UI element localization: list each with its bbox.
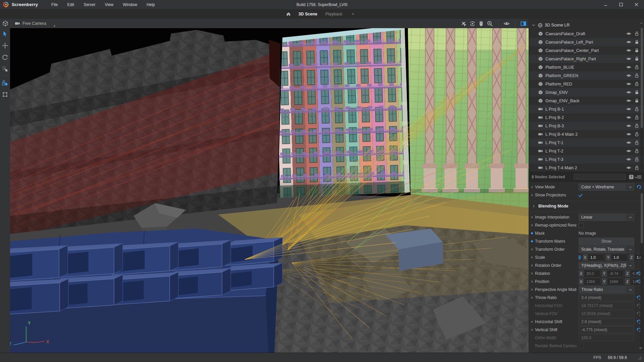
- menu-window[interactable]: Window: [118, 1, 142, 9]
- camera-selector[interactable]: Free Camera: [14, 19, 55, 27]
- visibility-options-icon[interactable]: [503, 20, 510, 27]
- tree-node-l-proj-b-1[interactable]: L Proj B-1: [529, 105, 644, 113]
- tree-filter-input[interactable]: [574, 174, 626, 180]
- tree-node-l-proj-t-1[interactable]: L Proj T-1: [529, 138, 644, 147]
- remap-optimized-rende-checkbox[interactable]: [579, 223, 584, 228]
- visibility-eye-icon[interactable]: [626, 140, 631, 145]
- link-icon[interactable]: [577, 255, 582, 260]
- properties-scrollbar[interactable]: [640, 190, 643, 351]
- rotation-y-field[interactable]: -8.74: [608, 270, 624, 277]
- view-mode-select[interactable]: Color + Wireframe: [579, 183, 634, 191]
- visibility-eye-icon[interactable]: [626, 73, 631, 78]
- throw-ratio-input[interactable]: 3.4 (mixed): [579, 294, 634, 301]
- tree-node-caesarspalace-draft[interactable]: CaesarsPalace_Draft: [529, 29, 644, 38]
- show-projections-checkbox[interactable]: [579, 193, 583, 197]
- lock-open-icon[interactable]: [634, 65, 639, 70]
- lock-open-icon[interactable]: [634, 165, 639, 170]
- lock-closed-icon[interactable]: [634, 98, 639, 103]
- perspective-angle-mode-select[interactable]: Throw Ratio: [579, 286, 634, 293]
- transform-order-select[interactable]: Scale, Rotate, Translate: [579, 246, 634, 253]
- visibility-eye-icon[interactable]: [626, 157, 631, 162]
- lock-open-icon[interactable]: [634, 31, 639, 36]
- visibility-eye-icon[interactable]: [626, 98, 631, 103]
- fly-mode-icon[interactable]: [461, 20, 467, 27]
- lock-closed-icon[interactable]: [634, 48, 639, 53]
- pan-hand-icon[interactable]: [478, 20, 484, 27]
- help-icon[interactable]: ?: [629, 174, 634, 180]
- viewport-canvas[interactable]: Y X Z: [10, 28, 529, 353]
- tree-node-l-proj-t-3[interactable]: L Proj T-3: [529, 155, 644, 164]
- tree-node-platform-blue[interactable]: Platform_BLUE: [529, 63, 644, 71]
- lock-open-icon[interactable]: [634, 73, 639, 78]
- tree-node-gmap-env-back[interactable]: Gmap_ENV_Back: [529, 97, 644, 105]
- tab-3d-scene[interactable]: 3D Scene: [294, 10, 321, 18]
- tree-node-caesarspalace-right-part[interactable]: CaesarsPalace_Right_Part: [529, 55, 644, 63]
- visibility-eye-icon[interactable]: [626, 65, 631, 70]
- tree-scrollbar[interactable]: [640, 27, 643, 171]
- home-icon[interactable]: [286, 11, 291, 16]
- lock-open-icon[interactable]: [634, 148, 639, 154]
- visibility-eye-icon[interactable]: [626, 81, 631, 86]
- tree-node-l-proj-b-4-main-2[interactable]: L Proj B-4 Main 2: [529, 130, 644, 138]
- visibility-eye-icon[interactable]: [626, 48, 631, 53]
- resize-grip-icon[interactable]: [637, 355, 642, 360]
- menu-edit[interactable]: Edit: [62, 1, 79, 9]
- menu-view[interactable]: View: [100, 1, 118, 9]
- visibility-eye-icon[interactable]: [626, 123, 631, 128]
- visibility-eye-icon[interactable]: [626, 115, 631, 120]
- rotate-tool-icon[interactable]: [2, 54, 8, 60]
- lock-closed-icon[interactable]: [634, 90, 639, 95]
- bounding-box-tool-icon[interactable]: [2, 92, 8, 98]
- scale-y-field[interactable]: 1.0: [612, 254, 628, 261]
- visibility-eye-icon[interactable]: [626, 148, 631, 154]
- tree-node-platform-green[interactable]: Platform_GREEN: [529, 71, 644, 80]
- vertical-shift-input[interactable]: -4.775 (mixed): [579, 326, 634, 334]
- properties-scroll-down-icon[interactable]: [639, 346, 643, 350]
- horizontal-shift-input[interactable]: 2.6 (mixed): [579, 318, 634, 325]
- position-y-field[interactable]: 1589: [608, 278, 624, 285]
- scale-x-field[interactable]: 1.0: [589, 254, 604, 261]
- add-tab-button[interactable]: +: [348, 10, 359, 18]
- minimize-button[interactable]: [598, 0, 613, 9]
- menu-file[interactable]: File: [47, 1, 62, 9]
- visibility-eye-icon[interactable]: [626, 132, 631, 137]
- transform-matrix-button[interactable]: Show: [579, 238, 634, 245]
- lock-closed-icon[interactable]: [634, 56, 639, 61]
- tree-root[interactable]: 3D Scene LR: [529, 21, 644, 29]
- rotation-x-field[interactable]: 20.0: [585, 270, 600, 277]
- tab-playback[interactable]: Playback: [321, 10, 346, 18]
- tree-node-gmap-env[interactable]: Gmap_ENV: [529, 88, 644, 97]
- visibility-eye-icon[interactable]: [626, 107, 631, 112]
- visibility-eye-icon[interactable]: [626, 56, 631, 61]
- maximize-button[interactable]: [613, 0, 629, 9]
- scale-tool-icon[interactable]: [2, 66, 8, 72]
- shapes-tool-icon[interactable]: [2, 80, 8, 86]
- lock-open-icon[interactable]: [634, 107, 639, 112]
- move-tool-icon[interactable]: [2, 43, 8, 49]
- section-blending-mode[interactable]: Blending Mode: [529, 201, 644, 212]
- tree-node-l-proj-b-3[interactable]: L Proj B-3: [529, 122, 644, 130]
- lock-open-icon[interactable]: [634, 123, 639, 128]
- tree-node-l-proj-b-2[interactable]: L Proj B-2: [529, 113, 644, 122]
- tree-node-platform-red[interactable]: Platform_RED: [529, 80, 644, 88]
- tree-node-caesarspalace-left-part[interactable]: CaesarsPalace_Left_Part: [529, 38, 644, 46]
- lock-open-icon[interactable]: [634, 157, 639, 162]
- position-x-field[interactable]: 1359: [585, 278, 600, 285]
- tree-scroll-down-icon[interactable]: [634, 175, 638, 179]
- view-cube-icon[interactable]: [2, 20, 8, 26]
- image-interpolation-select[interactable]: Linear: [579, 214, 634, 221]
- rotation-order-select[interactable]: Y(Heading), X(Pitch), Z(B: [579, 262, 634, 269]
- lock-open-icon[interactable]: [634, 81, 639, 86]
- lock-open-icon[interactable]: [634, 115, 639, 120]
- lock-open-icon[interactable]: [634, 140, 639, 145]
- select-tool-icon[interactable]: [2, 31, 8, 37]
- reset-icon[interactable]: [636, 185, 641, 190]
- tree-node-l-proj-t-4-main-2[interactable]: L Proj T-4 Main 2: [529, 164, 644, 172]
- lock-open-icon[interactable]: [634, 132, 639, 137]
- tree-scroll-up-icon[interactable]: [640, 21, 643, 25]
- visibility-eye-icon[interactable]: [626, 165, 631, 170]
- close-button[interactable]: [629, 0, 644, 9]
- lock-closed-icon[interactable]: [634, 40, 639, 45]
- tree-node-caesarspalace-center-part[interactable]: CaesarsPalace_Center_Part: [529, 46, 644, 55]
- visibility-eye-icon[interactable]: [626, 40, 631, 45]
